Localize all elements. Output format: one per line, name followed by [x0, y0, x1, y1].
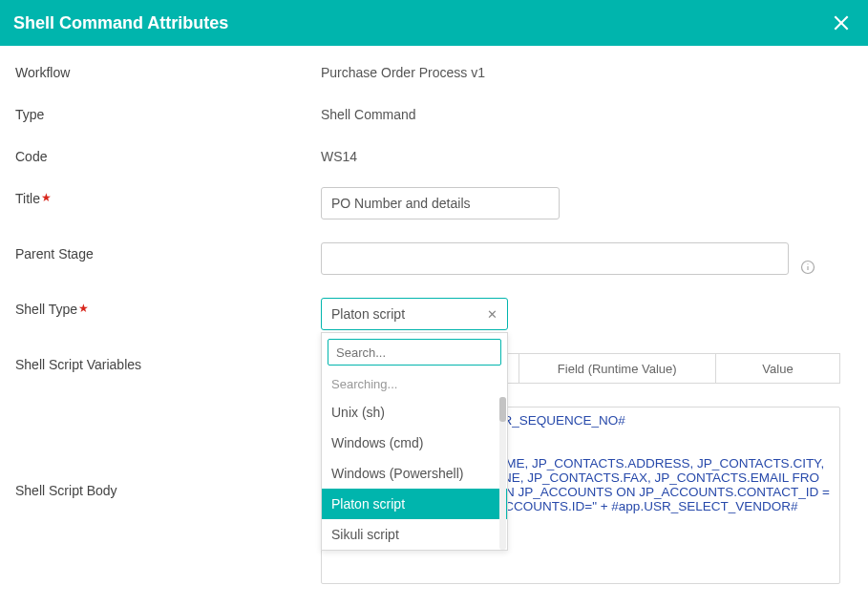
label-shell-script-body: Shell Script Body — [15, 407, 321, 498]
variables-col-value: Value — [715, 354, 839, 383]
dropdown-option[interactable]: Unix (sh) — [322, 397, 507, 428]
value-workflow: Purchase Order Process v1 — [321, 61, 853, 80]
required-asterisk-icon: ★ — [78, 302, 89, 315]
dropdown-status-text: Searching... — [322, 371, 507, 397]
label-parent-stage: Parent Stage — [15, 242, 321, 261]
value-type: Shell Command — [321, 103, 853, 122]
label-code: Code — [15, 145, 321, 164]
dropdown-option[interactable]: Sikuli script — [322, 519, 507, 550]
dropdown-option[interactable]: Platon script — [322, 489, 507, 519]
info-icon[interactable] — [800, 260, 815, 275]
title-input[interactable] — [321, 187, 560, 219]
dropdown-search-input[interactable] — [328, 339, 501, 366]
svg-point-4 — [807, 263, 808, 264]
label-shell-type: Shell Type★ — [15, 298, 321, 317]
dropdown-option[interactable]: Windows (Powershell) — [322, 458, 507, 489]
dropdown-option[interactable]: Windows (cmd) — [322, 428, 507, 458]
required-asterisk-icon: ★ — [41, 191, 52, 204]
clear-icon[interactable]: ✕ — [483, 307, 501, 322]
scrollbar-thumb[interactable] — [499, 397, 506, 422]
dropdown-option-list: Unix (sh) Windows (cmd) Windows (Powersh… — [322, 397, 507, 550]
value-code: WS14 — [321, 145, 853, 164]
dialog-header: Shell Command Attributes — [0, 0, 868, 46]
label-type: Type — [15, 103, 321, 122]
label-shell-script-variables: Shell Script Variables — [15, 353, 321, 372]
close-button[interactable] — [828, 10, 855, 36]
variables-col-field: Field (Runtime Value) — [519, 354, 716, 383]
dialog-body: Workflow Purchase Order Process v1 Type … — [0, 46, 868, 606]
parent-stage-input[interactable] — [321, 242, 789, 275]
label-workflow: Workflow — [15, 61, 321, 80]
shell-type-selected-value: Platon script — [331, 306, 483, 322]
label-title: Title★ — [15, 187, 321, 206]
label-title-text: Title — [15, 191, 40, 206]
close-icon — [832, 13, 851, 32]
label-shell-type-text: Shell Type — [15, 302, 77, 317]
shell-type-select[interactable]: Platon script ✕ — [321, 298, 508, 330]
dialog-title: Shell Command Attributes — [13, 13, 228, 33]
shell-type-dropdown: Searching... Unix (sh) Windows (cmd) Win… — [321, 332, 508, 551]
